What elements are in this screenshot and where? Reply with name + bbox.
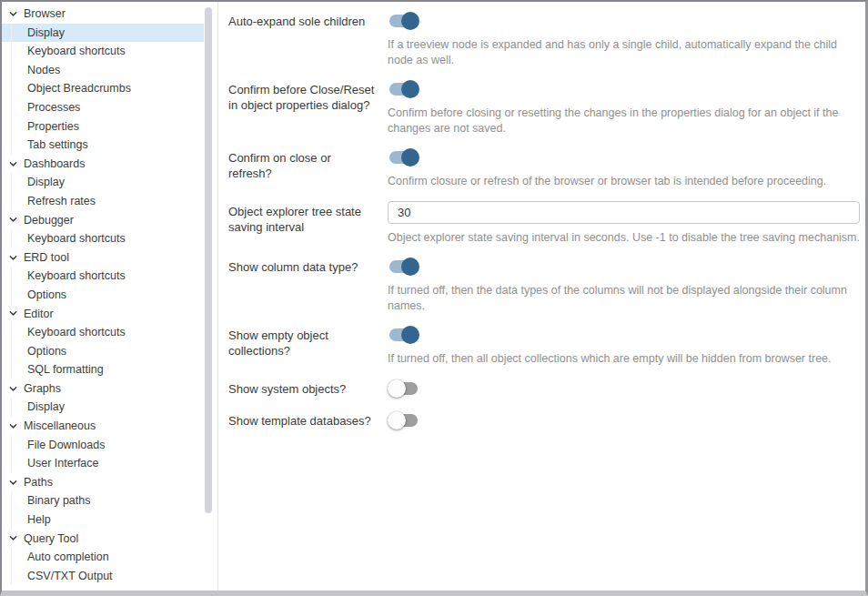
setting-help-text: If turned off, then the data types of th… <box>388 283 860 313</box>
interval-input[interactable] <box>388 201 860 224</box>
tree-child-item[interactable]: Options <box>2 286 204 305</box>
tree-child-label: User Interface <box>27 454 99 473</box>
tree-child-item[interactable]: User Interface <box>2 454 204 473</box>
setting-label: Confirm on close or refresh? <box>228 147 388 181</box>
tree-child-item[interactable]: Refresh rates <box>2 192 204 211</box>
sidebar-scrollbar-track[interactable] <box>205 2 212 591</box>
tree-group-item[interactable]: Browser <box>2 5 204 24</box>
setting-help-text: Confirm closure or refresh of the browse… <box>388 174 860 189</box>
tree-child-label: Display <box>27 24 65 43</box>
toggle-switch[interactable] <box>388 379 420 399</box>
tree-group-item[interactable]: Query Tool <box>2 530 204 549</box>
setting-label: Show column data type? <box>228 257 388 275</box>
toggle-thumb <box>401 148 419 167</box>
tree-child-label: Binary paths <box>27 491 90 510</box>
tree-child-label: SQL formatting <box>27 360 104 379</box>
tree-group-label: ERD tool <box>24 248 69 268</box>
tree-child-item[interactable]: Nodes <box>2 61 204 80</box>
chevron-down-icon[interactable] <box>8 421 19 431</box>
setting-control-area: If turned off, then all object collectio… <box>388 325 860 367</box>
toggle-switch[interactable] <box>388 410 420 430</box>
tree-group-label: Miscellaneous <box>24 417 96 436</box>
setting-row: Confirm before Close/Reset in object pro… <box>228 79 860 136</box>
setting-label: Confirm before Close/Reset in object pro… <box>228 79 388 113</box>
toggle-thumb <box>401 258 419 276</box>
tree-child-item[interactable]: Binary paths <box>2 491 204 510</box>
tree-child-label: Tab settings <box>27 136 88 155</box>
setting-control-area: Confirm closure or refresh of the browse… <box>388 147 860 189</box>
tree-group-item[interactable]: ERD tool <box>2 248 204 268</box>
chevron-down-icon[interactable] <box>8 308 19 318</box>
setting-control-area <box>388 379 860 399</box>
setting-row: Confirm on close or refresh? Confirm clo… <box>228 147 860 189</box>
sidebar-scrollbar-thumb[interactable] <box>205 7 212 513</box>
tree-child-label: Options <box>27 342 66 361</box>
tree-child-item[interactable]: SQL formatting <box>2 360 204 379</box>
setting-label: Show template databases? <box>228 410 388 429</box>
tree-child-label: Auto completion <box>27 548 109 567</box>
tree-group-item[interactable]: Debugger <box>2 211 204 230</box>
setting-help-text: Confirm before closing or resetting the … <box>388 106 860 136</box>
tree-group-item[interactable]: Dashboards <box>2 155 204 174</box>
tree-child-label: Display <box>27 173 65 192</box>
toggle-thumb <box>388 411 406 429</box>
setting-label: Show empty object collections? <box>228 325 388 359</box>
tree-child-label: Help <box>27 510 51 530</box>
tree-child-item[interactable]: Object Breadcrumbs <box>2 79 204 98</box>
chevron-down-icon[interactable] <box>8 9 19 19</box>
tree-child-label: Properties <box>27 117 79 136</box>
setting-control-area: If turned off, then the data types of th… <box>388 257 860 313</box>
tree-child-item[interactable]: CSV/TXT Output <box>2 567 204 586</box>
tree-child-item[interactable]: Display <box>2 398 204 417</box>
tree-child-item[interactable]: Properties <box>2 117 204 136</box>
tree-child-label: Keyboard shortcuts <box>27 323 126 342</box>
tree-group-item[interactable]: Paths <box>2 473 204 492</box>
tree-group-item[interactable]: Editor <box>2 305 204 324</box>
tree-group-item[interactable]: Graphs <box>2 379 204 399</box>
preferences-tree-list: Browser Display Keyboard shortcuts Nodes… <box>2 5 204 585</box>
toggle-switch[interactable] <box>388 79 420 99</box>
tree-child-item[interactable]: Keyboard shortcuts <box>2 42 204 61</box>
toggle-thumb <box>401 12 419 30</box>
toggle-thumb <box>388 379 406 398</box>
tree-child-label: Nodes <box>27 61 60 80</box>
chevron-down-icon[interactable] <box>8 159 19 169</box>
toggle-thumb <box>401 80 419 98</box>
chevron-down-icon[interactable] <box>8 253 19 263</box>
toggle-switch[interactable] <box>388 257 420 277</box>
tree-child-label: Options <box>27 286 66 305</box>
tree-child-item[interactable]: Help <box>2 510 204 530</box>
setting-control-area: Object explorer state saving interval in… <box>388 201 860 246</box>
preferences-panel: Browser Display Keyboard shortcuts Nodes… <box>0 0 868 596</box>
tree-child-item[interactable]: Options <box>2 342 204 361</box>
tree-child-item[interactable]: Display <box>2 173 204 192</box>
chevron-down-icon[interactable] <box>8 384 19 394</box>
setting-row: Auto-expand sole children If a treeview … <box>228 11 860 67</box>
setting-help-text: If a treeview node is expanded and has o… <box>388 37 860 67</box>
tree-child-label: File Downloads <box>27 436 105 455</box>
tree-group-label: Browser <box>24 5 66 24</box>
toggle-switch[interactable] <box>388 147 420 167</box>
tree-group-item[interactable]: Miscellaneous <box>2 417 204 436</box>
toggle-switch[interactable] <box>388 325 420 345</box>
toggle-switch[interactable] <box>388 11 420 31</box>
chevron-down-icon[interactable] <box>8 215 19 225</box>
setting-control-area <box>388 410 860 430</box>
tree-child-label: Keyboard shortcuts <box>27 42 126 61</box>
tree-child-item[interactable]: Keyboard shortcuts <box>2 323 204 342</box>
chevron-down-icon[interactable] <box>8 478 19 488</box>
tree-child-item[interactable]: Display <box>2 24 204 43</box>
tree-child-item[interactable]: Processes <box>2 98 204 117</box>
setting-row: Object explorer tree state saving interv… <box>228 201 860 246</box>
tree-child-item[interactable]: File Downloads <box>2 436 204 455</box>
tree-child-item[interactable]: Auto completion <box>2 548 204 567</box>
tree-group-label: Graphs <box>24 379 61 399</box>
tree-child-label: Keyboard shortcuts <box>27 267 126 286</box>
tree-group-label: Editor <box>24 305 54 324</box>
tree-child-item[interactable]: Tab settings <box>2 136 204 155</box>
tree-child-item[interactable]: Keyboard shortcuts <box>2 267 204 286</box>
tree-child-item[interactable]: Keyboard shortcuts <box>2 229 204 248</box>
toggle-thumb <box>401 326 419 344</box>
tree-child-label: Refresh rates <box>27 192 96 211</box>
chevron-down-icon[interactable] <box>8 533 19 543</box>
